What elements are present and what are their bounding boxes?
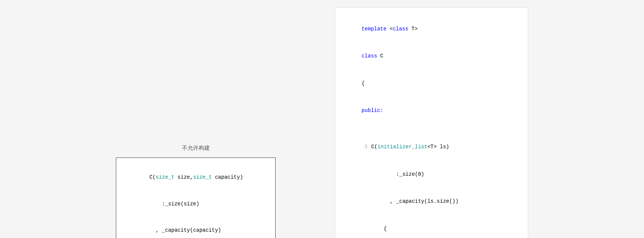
main-container: 不允许构建 C(size_t size,size_t capacity) :_s… [7, 7, 637, 238]
inner-open-brace: { [371, 226, 387, 232]
right-line-public: public: [343, 97, 517, 125]
line-num-empty3 [361, 224, 367, 234]
size-init-text: :_size(size) [149, 201, 199, 207]
c-open: C( [149, 174, 156, 180]
ctor-rest: <T> ls) [427, 144, 449, 150]
left-code-box: C(size_t size,size_t capacity) :_size(si… [116, 158, 276, 238]
code-constructor-line: C(size_t size,size_t capacity) [124, 165, 267, 191]
template-kw: template [361, 26, 386, 32]
class-kw: class [393, 26, 408, 32]
right-line-template: template <class T> [343, 15, 517, 43]
right-line-class: class C [343, 43, 517, 70]
code-capacity-init: , _capacity(capacity) [124, 217, 267, 238]
right-line-constructor: 3C(initializer_list<T> ls) [343, 133, 517, 161]
size-t-2: size_t [193, 174, 212, 180]
class-kw-2: class [361, 53, 377, 59]
line-num-empty2 [361, 197, 367, 206]
right-panel: template <class T> class C { public: 3C(… [335, 7, 528, 238]
capacity-init: , _capacity(ls.size()) [371, 198, 458, 204]
open-brace: { [361, 80, 364, 86]
size-t-1: size_t [156, 174, 174, 180]
right-line-size-init: :_size(0) [343, 161, 517, 188]
size-param: size, [174, 174, 193, 180]
right-line-inner-brace: { [343, 215, 517, 238]
right-line-empty1 [343, 124, 517, 133]
left-panel: 不允许构建 C(size_t size,size_t capacity) :_s… [116, 145, 276, 238]
capacity-param: capacity) [212, 174, 243, 180]
t-param: T> [408, 26, 417, 32]
line-num-3: 3 [361, 142, 367, 152]
left-panel-title: 不允许构建 [182, 145, 210, 152]
size-init: :_size(0) [371, 171, 424, 177]
template-rest: < [387, 26, 393, 32]
capacity-init-text: , _capacity(capacity) [149, 227, 221, 233]
code-size-init: :_size(size) [124, 191, 267, 217]
right-line-open-brace: { [343, 70, 517, 97]
line-num-empty1 [361, 170, 367, 179]
public-kw: public: [361, 108, 383, 113]
init-list-kw: initializer_list [377, 144, 427, 150]
class-name: C [377, 53, 383, 59]
ctor-open: C( [371, 144, 377, 150]
right-line-capacity-init: , _capacity(ls.size()) [343, 188, 517, 215]
